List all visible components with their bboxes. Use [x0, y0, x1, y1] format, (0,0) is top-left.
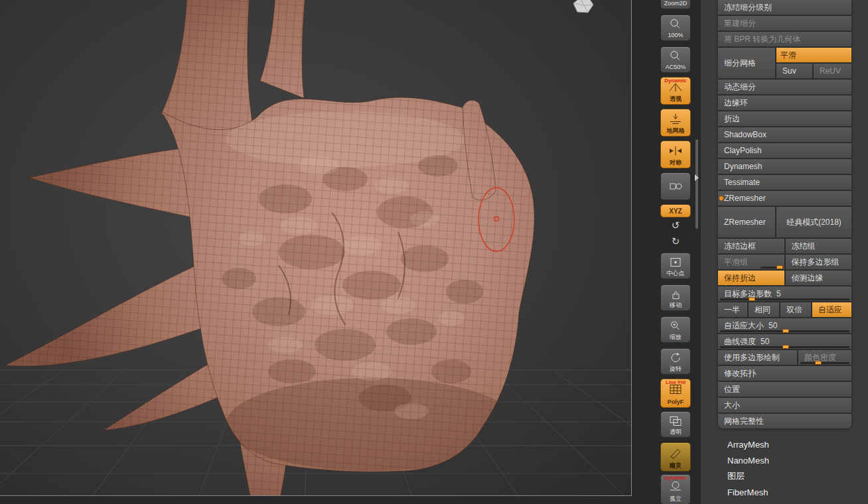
- color-density-slider[interactable]: 颜色密度: [798, 350, 851, 365]
- smooth-groups-slider[interactable]: 平滑组: [718, 255, 784, 269]
- floor-grid-button[interactable]: 地网格: [660, 109, 691, 137]
- rotate-button[interactable]: 旋转: [660, 348, 691, 375]
- button-label: Zoom2D: [664, 0, 687, 9]
- subpalette-arraymesh[interactable]: ArrayMesh: [718, 436, 851, 452]
- freeze-border-button[interactable]: 冻结边框: [718, 239, 784, 253]
- xyz-button[interactable]: XYZ: [660, 204, 691, 218]
- section-label: 位置: [724, 384, 740, 395]
- subpalette-layers[interactable]: 图层: [718, 468, 851, 484]
- button-label: 透视: [670, 95, 682, 104]
- button-label: 侦测边缘: [792, 273, 824, 284]
- camera-gizmo[interactable]: [571, 0, 597, 15]
- actual-size-button[interactable]: 100%: [660, 15, 691, 41]
- subpalette-label: FiberMesh: [727, 487, 768, 497]
- symmetry-button[interactable]: 对称: [660, 141, 691, 168]
- adapt-toggle[interactable]: 自适应: [812, 302, 851, 317]
- double-button[interactable]: 双倍: [780, 302, 811, 317]
- section-label: 网格完整性: [724, 416, 764, 427]
- tray-collapse-arrow-icon[interactable]: [695, 174, 699, 181]
- slider-handle[interactable]: [782, 329, 789, 333]
- use-polypaint-button[interactable]: 使用多边形绘制: [718, 350, 797, 365]
- convert-bpr-button[interactable]: 将 BPR 转换为几何体: [718, 32, 851, 46]
- slider-track: [760, 267, 782, 269]
- slider-handle[interactable]: [815, 361, 822, 365]
- tray-scrollbar[interactable]: [695, 139, 698, 229]
- transparency-button[interactable]: 透明: [660, 411, 691, 438]
- half-button[interactable]: 一半: [718, 302, 747, 317]
- center-point-button[interactable]: 中心点: [660, 253, 691, 279]
- sculpt-canvas[interactable]: [0, 0, 631, 495]
- subpalette-label: 图层: [727, 470, 745, 482]
- same-button[interactable]: 相同: [749, 302, 779, 317]
- slider-track: [720, 346, 849, 348]
- section-shadowbox[interactable]: ShadowBox: [718, 127, 851, 142]
- button-label: 细分网格: [724, 58, 756, 69]
- local-symmetry-icon: [668, 174, 684, 198]
- zoom-button[interactable]: 缩放: [660, 316, 691, 343]
- size-section[interactable]: 大小: [718, 398, 851, 412]
- sculpt-mesh[interactable]: [0, 0, 631, 495]
- legacy-2018-button[interactable]: 经典模式(2018): [776, 207, 851, 237]
- curves-strength-slider[interactable]: 曲线强度 50: [718, 334, 851, 349]
- document-viewport[interactable]: [0, 0, 632, 496]
- adaptive-size-slider[interactable]: 自适应大小 50: [718, 318, 851, 333]
- freeze-groups-button[interactable]: 冻结组: [786, 239, 852, 253]
- section-edge-loop[interactable]: 边缘环: [718, 95, 851, 110]
- keep-groups-button[interactable]: 保持多边形组: [786, 255, 852, 269]
- freeze-subdiv-levels-button[interactable]: 冻结细分级别: [718, 0, 851, 15]
- button-label: XYZ: [669, 208, 682, 215]
- slider-handle[interactable]: [782, 345, 789, 349]
- subpalette-nanomesh[interactable]: NanoMesh: [718, 452, 851, 468]
- slider-label: 曲线强度: [724, 336, 756, 347]
- section-dynamesh[interactable]: Dynamesh: [718, 159, 851, 174]
- zoom2d-button[interactable]: Zoom2D: [660, 0, 691, 9]
- smooth-toggle[interactable]: 平滑: [776, 48, 851, 62]
- suv-button[interactable]: Suv: [776, 64, 812, 78]
- button-label: 自适应: [818, 304, 842, 316]
- right-tray: 冻结细分级别 重建细分 将 BPR 转换为几何体 细分网格 平滑: [701, 0, 868, 504]
- button-label: 中心点: [667, 270, 685, 279]
- slider-track: [800, 362, 849, 364]
- solo-button[interactable]: Dynamic 孤立: [660, 474, 691, 504]
- perspective-button[interactable]: Dynamic 透视: [660, 77, 691, 105]
- divide-button[interactable]: 细分网格: [718, 48, 775, 78]
- slider-handle[interactable]: [749, 297, 755, 301]
- rotate-ccw-icon[interactable]: ↺: [660, 219, 691, 232]
- reuv-button[interactable]: ReUV: [814, 64, 851, 78]
- slider-track: [720, 298, 849, 300]
- modify-topology-section[interactable]: 修改拓扑: [718, 366, 851, 381]
- button-label: 重建细分: [724, 18, 756, 29]
- button-label: 地网格: [667, 127, 685, 136]
- polyframe-button[interactable]: Line Fill PolyF: [660, 379, 691, 408]
- detect-edges-button[interactable]: 侦测边缘: [786, 271, 852, 285]
- button-label: 缩放: [670, 334, 682, 342]
- section-tessimate[interactable]: Tessimate: [718, 175, 851, 190]
- button-label: ZRemesher: [724, 218, 766, 227]
- button-label: AC50%: [666, 64, 686, 72]
- section-dynamic-subdiv[interactable]: 动态细分: [718, 80, 851, 94]
- subpalette-list: ArrayMesh NanoMesh 图层 FiberMesh: [718, 436, 851, 500]
- rotate-icon: [668, 350, 684, 365]
- mesh-integrity-section[interactable]: 网格完整性: [718, 414, 851, 428]
- half-size-button[interactable]: AC50%: [660, 46, 691, 73]
- ghost-button[interactable]: 幽灵: [660, 442, 691, 472]
- section-zremesher[interactable]: ZRemesher: [718, 191, 851, 206]
- reconstruct-subdiv-button[interactable]: 重建细分: [718, 16, 851, 31]
- move-button[interactable]: 移动: [660, 284, 691, 311]
- subpalette-fibermesh[interactable]: FiberMesh: [718, 484, 851, 500]
- button-label: 100%: [668, 32, 683, 40]
- section-claypolish[interactable]: ClayPolish: [718, 143, 851, 158]
- magnifier-icon: [668, 17, 684, 32]
- rotate-cw-icon[interactable]: ↻: [660, 235, 691, 248]
- slider-handle[interactable]: [776, 265, 783, 269]
- position-section[interactable]: 位置: [718, 382, 851, 397]
- section-crease[interactable]: 折边: [718, 111, 851, 126]
- keep-creases-toggle[interactable]: 保持折边: [718, 271, 784, 285]
- ghost-pen-icon: [668, 444, 684, 462]
- local-symmetry-button[interactable]: [660, 172, 691, 200]
- button-label: ReUV: [820, 66, 841, 76]
- zremesher-button[interactable]: ZRemesher: [718, 207, 775, 237]
- subpalette-label: NanoMesh: [727, 456, 769, 466]
- target-polycount-slider[interactable]: 目标多边形数 5: [718, 286, 851, 301]
- line-fill-overlay-label: Line Fill: [661, 379, 690, 386]
